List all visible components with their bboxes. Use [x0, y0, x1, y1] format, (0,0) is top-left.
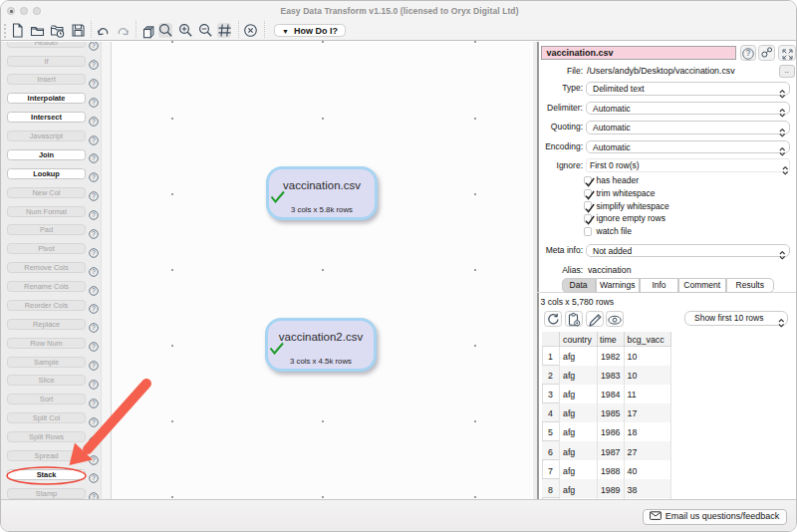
svg-text:?: ?: [92, 362, 96, 369]
svg-text:?: ?: [92, 249, 96, 256]
svg-text:?: ?: [92, 287, 96, 294]
svg-text:?: ?: [92, 268, 96, 275]
svg-text:?: ?: [92, 61, 96, 68]
svg-text:?: ?: [92, 136, 96, 143]
svg-text:?: ?: [92, 437, 96, 444]
svg-text:?: ?: [92, 475, 96, 482]
svg-text:?: ?: [92, 344, 96, 351]
svg-text:?: ?: [92, 192, 96, 199]
svg-text:?: ?: [92, 155, 96, 162]
svg-text:?: ?: [92, 325, 96, 332]
svg-text:?: ?: [92, 456, 96, 463]
svg-text:?: ?: [92, 230, 96, 237]
svg-text:?: ?: [92, 211, 96, 218]
svg-text:?: ?: [92, 118, 96, 125]
svg-text:?: ?: [92, 174, 96, 181]
svg-text:?: ?: [92, 418, 96, 425]
svg-text:?: ?: [92, 381, 96, 388]
svg-text:?: ?: [92, 306, 96, 313]
svg-text:?: ?: [92, 99, 96, 106]
svg-text:?: ?: [92, 494, 96, 499]
svg-text:?: ?: [92, 399, 96, 406]
svg-text:?: ?: [92, 80, 96, 87]
svg-text:?: ?: [746, 49, 751, 58]
svg-text:?: ?: [92, 43, 96, 50]
